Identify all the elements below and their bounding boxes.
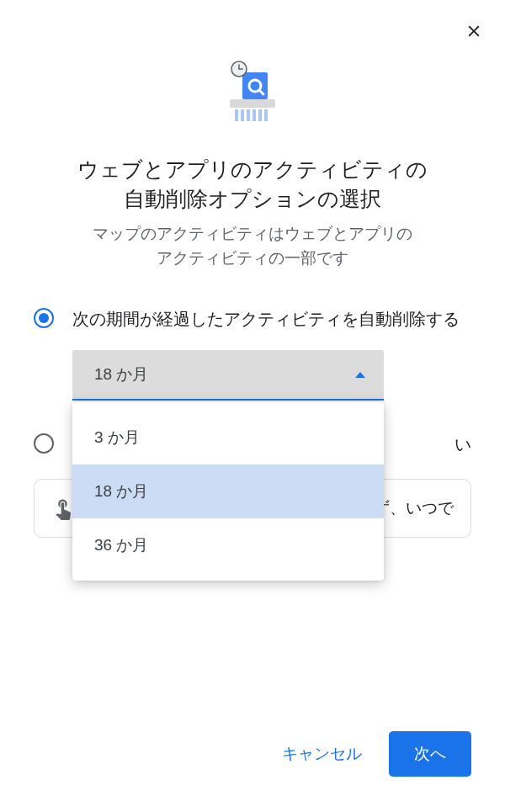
svg-rect-11	[258, 109, 262, 121]
duration-selected-value: 18 か月	[94, 364, 148, 385]
svg-rect-12	[264, 109, 268, 121]
option-auto-delete-label: 次の期間が経過したアクティビティを自動削除する	[72, 307, 460, 332]
close-icon	[465, 22, 483, 40]
option-dont-delete-label-tail: い	[454, 433, 471, 457]
svg-rect-7	[235, 109, 238, 121]
svg-rect-8	[241, 109, 244, 121]
duration-dropdown[interactable]: 18 か月	[72, 350, 384, 401]
duration-option-18-months[interactable]: 18 か月	[72, 464, 384, 518]
svg-rect-10	[252, 109, 256, 121]
svg-rect-0	[230, 99, 275, 108]
duration-option-36-months[interactable]: 36 か月	[72, 518, 384, 572]
svg-rect-9	[247, 109, 250, 121]
cancel-button[interactable]: キャンセル	[267, 735, 377, 773]
title-line-1: ウェブとアプリのアクティビティの	[77, 157, 428, 181]
page-title: ウェブとアプリのアクティビティの 自動削除オプションの選択	[44, 155, 461, 214]
caret-up-icon	[355, 372, 365, 378]
option-auto-delete[interactable]: 次の期間が経過したアクティビティを自動削除する	[34, 307, 471, 332]
shredder-illustration	[215, 57, 290, 133]
title-line-2: 自動削除オプションの選択	[124, 187, 381, 210]
duration-dropdown-menu: 3 か月 18 か月 36 か月	[72, 402, 384, 581]
radio-auto-delete[interactable]	[34, 308, 54, 328]
next-button[interactable]: 次へ	[389, 731, 471, 777]
radio-dont-delete[interactable]	[34, 433, 54, 454]
touch-icon	[51, 496, 75, 520]
duration-option-3-months[interactable]: 3 か月	[72, 411, 384, 464]
page-subtitle: マップのアクティビティはウェブとアプリの アクティビティの一部です	[59, 222, 446, 270]
subtitle-line-2: アクティビティの一部です	[157, 249, 348, 267]
close-button[interactable]	[461, 19, 486, 44]
subtitle-line-1: マップのアクティビティはウェブとアプリの	[93, 225, 412, 242]
